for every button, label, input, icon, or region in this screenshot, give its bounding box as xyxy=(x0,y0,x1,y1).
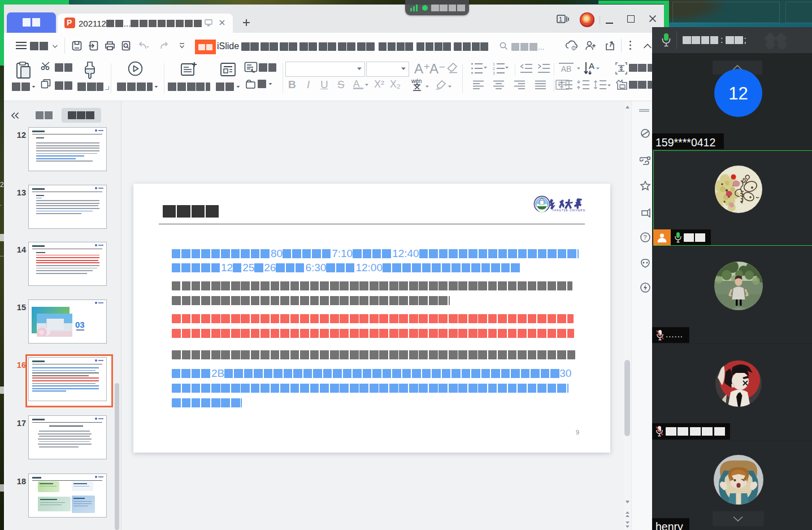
svg-text:3: 3 xyxy=(493,71,495,75)
svg-text:A: A xyxy=(589,61,594,71)
svg-text:?: ? xyxy=(644,234,647,241)
svg-text:2: 2 xyxy=(493,67,495,71)
svg-text:YANGTZE UNIVERSITY: YANGTZE UNIVERSITY xyxy=(552,209,585,212)
svg-text:1: 1 xyxy=(559,16,562,23)
svg-text:1: 1 xyxy=(493,62,495,66)
